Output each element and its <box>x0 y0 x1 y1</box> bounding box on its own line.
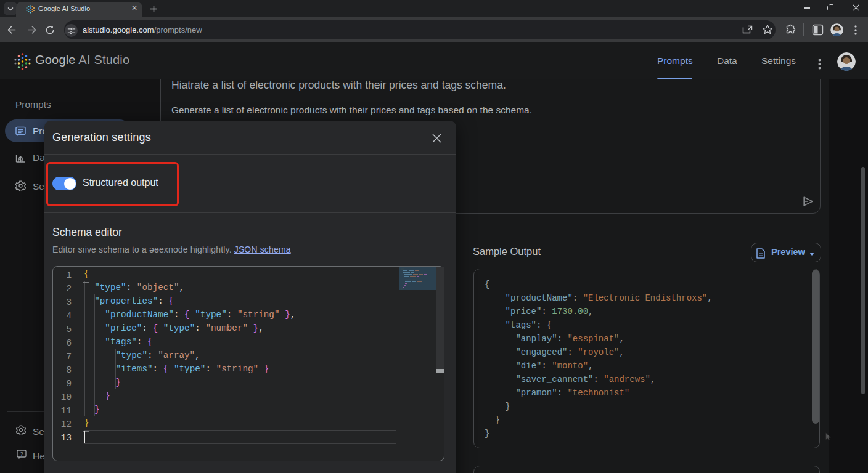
svg-text:?: ? <box>20 451 23 457</box>
